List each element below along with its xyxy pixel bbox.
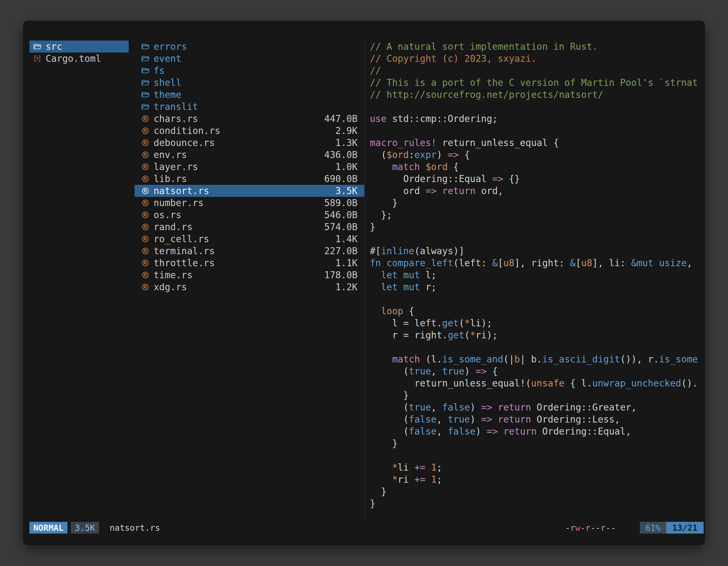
mode-badge: NORMAL <box>29 522 67 534</box>
file-name: chars.rs <box>154 113 198 124</box>
code-line: // Copyright (c) 2023, sxyazi. <box>370 53 705 65</box>
status-left: NORMAL 3.5K natsort.rs <box>29 521 160 534</box>
rust-icon <box>141 211 150 220</box>
rust-icon <box>141 163 150 172</box>
file-row-os.rs[interactable]: os.rs546.0B <box>135 209 364 221</box>
file-row-natsort.rs[interactable]: natsort.rs3.5K <box>135 185 364 197</box>
file-row-env.rs[interactable]: env.rs436.0B <box>135 149 364 161</box>
panes-container: srcCargo.toml errorseventfsshellthemetra… <box>29 41 705 522</box>
code-line: *li += 1; <box>370 461 705 473</box>
file-size: 1.1K <box>335 258 358 269</box>
code-line: match $ord { <box>370 161 705 173</box>
file-row-translit[interactable]: translit <box>135 101 364 113</box>
file-row-fs[interactable]: fs <box>135 65 364 77</box>
file-name: src <box>46 41 62 52</box>
code-line <box>370 125 705 137</box>
file-row-time.rs[interactable]: time.rs178.0B <box>135 269 364 281</box>
rust-icon <box>141 271 150 280</box>
code-line <box>370 101 705 113</box>
file-name: ro_cell.rs <box>154 234 209 245</box>
rust-icon <box>141 114 150 123</box>
file-name: translit <box>154 101 198 112</box>
code-line: (true, true) => { <box>370 365 705 377</box>
file-row-layer.rs[interactable]: layer.rs1.0K <box>135 161 364 173</box>
file-row-Cargo.toml[interactable]: Cargo.toml <box>29 53 129 65</box>
file-row-condition.rs[interactable]: condition.rs2.9K <box>135 125 364 137</box>
rust-icon <box>141 151 150 159</box>
permission-char: r <box>570 523 575 533</box>
folder-icon <box>141 90 150 99</box>
file-row-errors[interactable]: errors <box>135 41 364 53</box>
code-line <box>370 233 705 245</box>
terminal-window: srcCargo.toml errorseventfsshellthemetra… <box>23 21 705 545</box>
file-row-number.rs[interactable]: number.rs589.0B <box>135 197 364 209</box>
file-size: 574.0B <box>324 222 358 233</box>
file-name: time.rs <box>154 270 192 281</box>
file-row-chars.rs[interactable]: chars.rs447.0B <box>135 113 364 125</box>
code-line: (false, true) => return Ordering::Less, <box>370 413 705 425</box>
code-line: Ordering::Equal => {} <box>370 173 705 185</box>
file-name: event <box>154 53 181 64</box>
file-size: 227.0B <box>324 246 358 257</box>
file-row-throttle.rs[interactable]: throttle.rs1.1K <box>135 257 364 269</box>
rust-icon <box>141 259 150 268</box>
folder-icon <box>141 54 150 63</box>
code-line: r = right.get(*ri); <box>370 329 705 341</box>
file-name: condition.rs <box>154 125 220 136</box>
permission-char: r <box>585 523 590 533</box>
file-name: shell <box>154 77 181 88</box>
file-row-xdg.rs[interactable]: xdg.rs1.2K <box>135 281 364 293</box>
file-name: natsort.rs <box>154 186 209 196</box>
file-row-shell[interactable]: shell <box>135 77 364 89</box>
file-name: os.rs <box>154 210 181 220</box>
rust-icon <box>141 175 150 184</box>
file-size: 3.5K <box>335 186 358 196</box>
file-name: number.rs <box>154 198 204 208</box>
code-line: l = left.get(*li); <box>370 317 705 329</box>
file-name: terminal.rs <box>154 246 215 257</box>
file-size: 2.9K <box>335 125 358 136</box>
folder-icon <box>141 102 150 111</box>
permission-char: - <box>565 523 570 533</box>
file-size: 1.4K <box>335 234 358 245</box>
code-line <box>370 293 705 305</box>
file-name: errors <box>154 41 187 52</box>
code-line: let mut r; <box>370 281 705 293</box>
file-row-src[interactable]: src <box>29 41 129 53</box>
status-right: -rw-r--r-- 61% 13/21 <box>565 521 704 534</box>
file-row-terminal.rs[interactable]: terminal.rs227.0B <box>135 245 364 257</box>
file-name: theme <box>154 89 181 100</box>
file-size: 1.3K <box>335 137 358 148</box>
file-name: rand.rs <box>154 222 192 233</box>
preview-pane: // A natural sort implementation in Rust… <box>365 41 705 522</box>
file-name: throttle.rs <box>154 258 215 269</box>
cursor-position-badge: 13/21 <box>666 522 704 534</box>
code-line <box>370 449 705 461</box>
file-row-debounce.rs[interactable]: debounce.rs1.3K <box>135 137 364 149</box>
code-line: fn compare_left(left: &[u8], right: &[u8… <box>370 257 705 269</box>
rust-icon <box>141 126 150 135</box>
file-row-ro_cell.rs[interactable]: ro_cell.rs1.4K <box>135 233 364 245</box>
code-line: } <box>370 485 705 497</box>
file-size: 690.0B <box>324 173 358 184</box>
code-line: // <box>370 65 705 77</box>
file-row-event[interactable]: event <box>135 53 364 65</box>
code-line: let mut l; <box>370 269 705 281</box>
rust-icon <box>141 247 150 256</box>
rust-icon <box>141 223 150 232</box>
code-line: }; <box>370 209 705 221</box>
code-line: loop { <box>370 305 705 317</box>
file-size: 1.2K <box>335 282 358 292</box>
code-line: *ri += 1; <box>370 473 705 485</box>
status-bar: NORMAL 3.5K natsort.rs -rw-r--r-- 61% 13… <box>29 521 704 534</box>
file-row-theme[interactable]: theme <box>135 89 364 101</box>
code-line: } <box>370 197 705 209</box>
code-line: // A natural sort implementation in Rust… <box>370 41 705 53</box>
code-line <box>370 341 705 353</box>
file-size: 1.0K <box>335 161 358 172</box>
file-row-rand.rs[interactable]: rand.rs574.0B <box>135 221 364 233</box>
code-line: (true, false) => return Ordering::Greate… <box>370 401 705 413</box>
file-row-lib.rs[interactable]: lib.rs690.0B <box>135 173 364 185</box>
folder-icon <box>141 78 150 87</box>
file-name: xdg.rs <box>154 282 187 292</box>
